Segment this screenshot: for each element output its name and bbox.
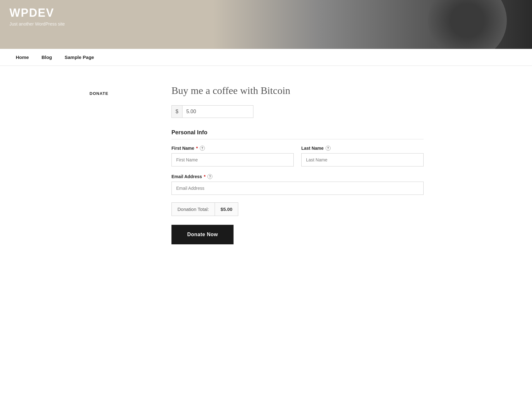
first-name-group: First Name * ? <box>171 146 294 166</box>
last-name-help-icon: ? <box>326 146 331 151</box>
email-group: Email Address * ? <box>171 174 424 195</box>
first-name-required: * <box>196 146 198 151</box>
personal-info-title: Personal Info <box>171 129 424 139</box>
first-name-label: First Name * ? <box>171 146 294 151</box>
nav-item-blog[interactable]: Blog <box>35 49 58 66</box>
header-content: WPDEV Just another WordPress site <box>9 6 65 26</box>
first-name-label-text: First Name <box>171 146 194 151</box>
nav-link-home[interactable]: Home <box>9 49 35 66</box>
site-tagline: Just another WordPress site <box>9 21 65 26</box>
total-value: $5.00 <box>215 202 239 216</box>
nav-item-home[interactable]: Home <box>9 49 35 66</box>
amount-row: $ <box>171 105 253 118</box>
sidebar-donate-title: DONATE <box>90 91 153 96</box>
email-label-text: Email Address <box>171 174 202 179</box>
email-input[interactable] <box>171 182 424 195</box>
main-content: DONATE Buy me a coffee with Bitcoin $ Pe… <box>77 66 455 270</box>
first-name-input[interactable] <box>171 153 294 166</box>
donate-form-section: Buy me a coffee with Bitcoin $ Personal … <box>171 85 424 244</box>
name-row: First Name * ? Last Name ? <box>171 146 424 166</box>
email-help-icon: ? <box>207 174 212 179</box>
nav-list: Home Blog Sample Page <box>9 49 523 66</box>
amount-input[interactable] <box>182 105 253 118</box>
email-label: Email Address * ? <box>171 174 424 179</box>
site-title: WPDEV <box>9 6 65 20</box>
header-decoration <box>428 0 507 49</box>
form-title: Buy me a coffee with Bitcoin <box>171 85 424 96</box>
currency-symbol: $ <box>171 105 182 118</box>
sidebar: DONATE <box>90 85 153 244</box>
email-row: Email Address * ? <box>171 174 424 195</box>
donation-total-row: Donation Total: $5.00 <box>171 202 424 216</box>
nav-link-blog[interactable]: Blog <box>35 49 58 66</box>
total-label: Donation Total: <box>171 202 215 216</box>
first-name-help-icon: ? <box>200 146 205 151</box>
nav-item-sample-page[interactable]: Sample Page <box>58 49 100 66</box>
last-name-input[interactable] <box>301 153 424 166</box>
site-navigation: Home Blog Sample Page <box>0 49 532 66</box>
last-name-group: Last Name ? <box>301 146 424 166</box>
email-required: * <box>204 174 205 179</box>
last-name-label-text: Last Name <box>301 146 324 151</box>
last-name-label: Last Name ? <box>301 146 424 151</box>
nav-link-sample-page[interactable]: Sample Page <box>58 49 100 66</box>
site-header: WPDEV Just another WordPress site <box>0 0 532 49</box>
donate-now-button[interactable]: Donate Now <box>171 225 234 244</box>
